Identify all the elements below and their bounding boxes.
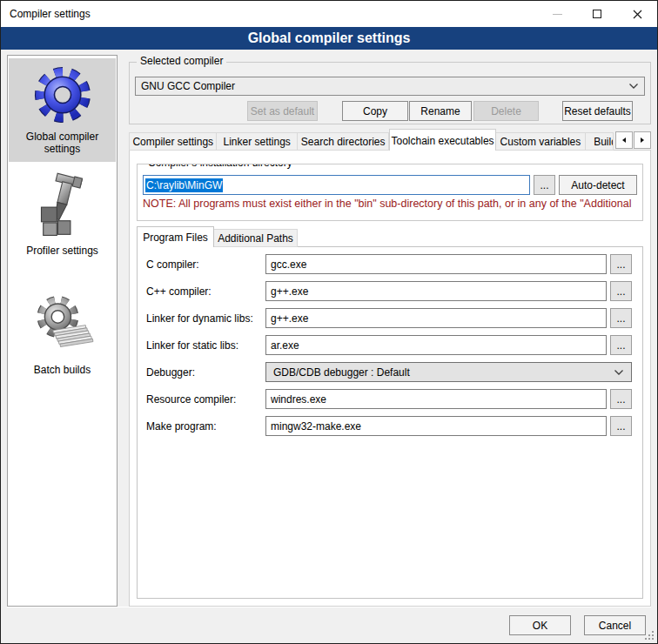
close-icon [633, 10, 642, 19]
installation-directory-input[interactable]: C:\raylib\MinGW [143, 175, 530, 195]
auto-detect-button[interactable]: Auto-detect [559, 175, 637, 195]
page-title: Global compiler settings [1, 27, 657, 50]
copy-button[interactable]: Copy [342, 101, 408, 121]
minimize-button[interactable] [537, 1, 577, 27]
cpp-compiler-browse-button[interactable]: ... [610, 281, 632, 301]
maximize-icon [593, 10, 601, 18]
reset-defaults-button[interactable]: Reset defaults [562, 101, 633, 121]
field-row: Debugger: GDB/CDB debugger : Default [146, 362, 632, 382]
linker-static-label: Linker for static libs: [146, 339, 265, 352]
tab-scroll-left-button[interactable] [615, 131, 633, 149]
resource-compiler-browse-button[interactable]: ... [610, 389, 632, 409]
chevron-down-icon [628, 83, 639, 90]
installation-directory-group: Compiler's installation directory C:\ray… [137, 164, 643, 221]
close-button[interactable] [617, 1, 657, 27]
chevron-down-icon [614, 369, 624, 376]
program-files-tab-bar: Program Files Additional Paths [137, 226, 643, 247]
cpp-compiler-input[interactable] [265, 281, 607, 301]
make-program-label: Make program: [146, 420, 265, 433]
debugger-select-value: GDB/CDB debugger : Default [273, 366, 614, 379]
linker-static-input[interactable] [265, 335, 607, 355]
cpp-compiler-label: C++ compiler: [146, 285, 265, 298]
minimize-icon [553, 14, 562, 15]
field-row: Make program: ... [146, 416, 632, 436]
tab-build-options[interactable]: Build options [586, 132, 614, 151]
ok-button[interactable]: OK [509, 615, 571, 635]
sidebar-item-batch-builds[interactable]: Batch builds [9, 286, 116, 383]
settings-category-list: Global compiler settings Profiler settin… [7, 55, 118, 607]
gear-blue-icon [31, 64, 94, 126]
program-files-panel: C compiler: ... C++ compiler: ... Linker… [137, 246, 643, 599]
linker-dynamic-input[interactable] [265, 308, 607, 328]
tab-toolchain-executables[interactable]: Toolchain executables [389, 129, 495, 151]
tab-custom-variables[interactable]: Custom variables [496, 132, 586, 151]
resize-grip[interactable] [645, 631, 655, 641]
set-as-default-button[interactable]: Set as default [247, 101, 318, 121]
tab-search-directories[interactable]: Search directories [298, 132, 389, 151]
arrow-left-icon [621, 137, 628, 144]
sidebar-item-label: Profiler settings [10, 245, 114, 257]
sidebar-item-global-compiler-settings[interactable]: Global compiler settings [9, 58, 116, 162]
tab-scroll-right-button[interactable] [634, 131, 651, 149]
debugger-label: Debugger: [146, 366, 265, 379]
debugger-select[interactable]: GDB/CDB debugger : Default [265, 362, 632, 382]
footer-divider [7, 607, 651, 607]
linker-dynamic-label: Linker for dynamic libs: [146, 312, 265, 325]
toolchain-executables-page: Compiler's installation directory C:\ray… [129, 150, 651, 607]
sidebar-item-label: Global compiler settings [10, 131, 114, 155]
make-program-browse-button[interactable]: ... [610, 416, 632, 436]
field-row: Linker for dynamic libs: ... [146, 308, 632, 328]
gear-stack-icon [31, 292, 94, 359]
field-row: Linker for static libs: ... [146, 335, 632, 355]
linker-dynamic-browse-button[interactable]: ... [610, 308, 632, 328]
cancel-button[interactable]: Cancel [584, 615, 646, 635]
compiler-select-value: GNU GCC Compiler [141, 80, 628, 92]
tab-compiler-settings[interactable]: Compiler settings [129, 132, 217, 151]
field-row: C++ compiler: ... [146, 281, 632, 301]
tab-additional-paths[interactable]: Additional Paths [214, 229, 298, 247]
c-compiler-label: C compiler: [146, 258, 265, 271]
sidebar-item-label: Batch builds [10, 364, 114, 376]
c-compiler-browse-button[interactable]: ... [610, 254, 632, 274]
sidebar-item-profiler-settings[interactable]: Profiler settings [9, 167, 116, 264]
browse-directory-button[interactable]: ... [534, 175, 555, 195]
arrow-right-icon [639, 137, 646, 144]
titlebar: Compiler settings [1, 1, 657, 27]
maximize-button[interactable] [577, 1, 617, 27]
tab-program-files[interactable]: Program Files [137, 226, 214, 247]
main-tab-bar: Compiler settings Linker settings Search… [129, 129, 651, 151]
rename-button[interactable]: Rename [409, 101, 472, 121]
c-compiler-input[interactable] [265, 254, 607, 274]
linker-static-browse-button[interactable]: ... [610, 335, 632, 355]
group-label: Compiler's installation directory [144, 164, 296, 169]
compiler-select[interactable]: GNU GCC Compiler [135, 77, 645, 96]
installation-directory-value: C:\raylib\MinGW [145, 178, 223, 192]
compiler-settings-dialog: Compiler settings Global compiler settin… [0, 0, 658, 644]
resource-compiler-input[interactable] [265, 389, 607, 409]
resource-compiler-label: Resource compiler: [146, 393, 265, 406]
group-label: Selected compiler [137, 55, 226, 67]
installation-note: NOTE: All programs must exist either in … [143, 198, 637, 210]
delete-button[interactable]: Delete [473, 101, 539, 121]
make-program-input[interactable] [265, 416, 607, 436]
caliper-icon [31, 172, 94, 240]
tab-linker-settings[interactable]: Linker settings [217, 132, 297, 151]
window-title: Compiler settings [1, 8, 537, 20]
field-row: C compiler: ... [146, 254, 632, 274]
selected-compiler-group: Selected compiler GNU GCC Compiler Set a… [129, 62, 651, 124]
field-row: Resource compiler: ... [146, 389, 632, 409]
dialog-footer: OK Cancel [1, 607, 657, 643]
